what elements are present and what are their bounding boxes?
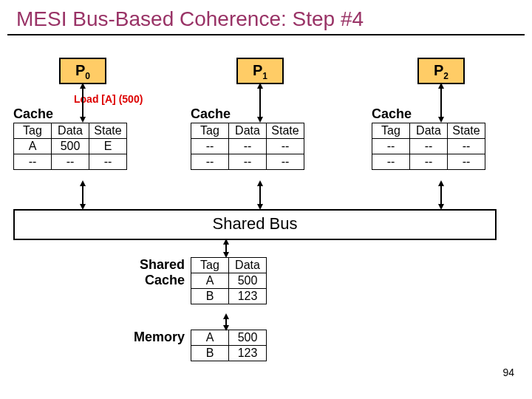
arrow-icon bbox=[437, 180, 446, 210]
svg-marker-4 bbox=[257, 83, 263, 89]
proc-letter: P bbox=[75, 62, 85, 78]
svg-marker-22 bbox=[223, 313, 229, 319]
svg-marker-11 bbox=[80, 204, 86, 210]
svg-marker-23 bbox=[223, 325, 229, 331]
processor-p2: P2 bbox=[417, 58, 465, 84]
arrow-icon bbox=[256, 180, 265, 210]
arrow-icon bbox=[222, 313, 231, 331]
processor-p1: P1 bbox=[236, 58, 284, 84]
shared-cache-label: SharedCache bbox=[133, 257, 185, 288]
proc-sub: 0 bbox=[85, 71, 90, 81]
svg-marker-1 bbox=[80, 83, 86, 89]
svg-marker-17 bbox=[438, 204, 444, 210]
processor-p0: P0 bbox=[59, 58, 106, 84]
cache-table-0: TagDataState A500E ------ bbox=[13, 123, 127, 170]
proc-letter: P bbox=[434, 62, 443, 78]
cache-label-2: Cache bbox=[372, 106, 412, 122]
shared-bus: Shared Bus bbox=[13, 209, 497, 240]
memory-table: A500 B123 bbox=[191, 330, 267, 361]
svg-marker-13 bbox=[257, 180, 263, 186]
arrow-icon bbox=[78, 83, 87, 123]
shared-cache-table: TagData A500 B123 bbox=[191, 257, 267, 304]
cache-label-1: Cache bbox=[191, 106, 231, 122]
svg-marker-14 bbox=[257, 204, 263, 210]
page-number: 94 bbox=[502, 366, 514, 378]
proc-sub: 2 bbox=[443, 71, 449, 81]
svg-marker-5 bbox=[257, 117, 263, 123]
arrow-icon bbox=[222, 239, 231, 258]
arrow-icon bbox=[78, 180, 87, 210]
svg-marker-10 bbox=[80, 180, 86, 186]
svg-marker-8 bbox=[438, 117, 444, 123]
svg-marker-7 bbox=[438, 83, 444, 89]
diagram-stage: P0 P1 P2 Load [A] (500) Cache Cache Cach… bbox=[7, 35, 525, 383]
proc-sub: 1 bbox=[262, 71, 267, 81]
cache-label-0: Cache bbox=[13, 106, 53, 122]
cache-table-2: TagDataState ------ ------ bbox=[372, 123, 485, 170]
svg-marker-16 bbox=[438, 180, 444, 186]
cache-table-1: TagDataState ------ ------ bbox=[191, 123, 304, 170]
page-title: MESI Bus-Based Coherence: Step #4 bbox=[7, 0, 525, 35]
svg-marker-2 bbox=[80, 117, 86, 123]
arrow-icon bbox=[256, 83, 265, 123]
svg-marker-19 bbox=[223, 239, 229, 245]
arrow-icon bbox=[437, 83, 446, 123]
memory-label: Memory bbox=[122, 330, 185, 345]
svg-marker-20 bbox=[223, 252, 229, 258]
proc-letter: P bbox=[253, 62, 262, 78]
